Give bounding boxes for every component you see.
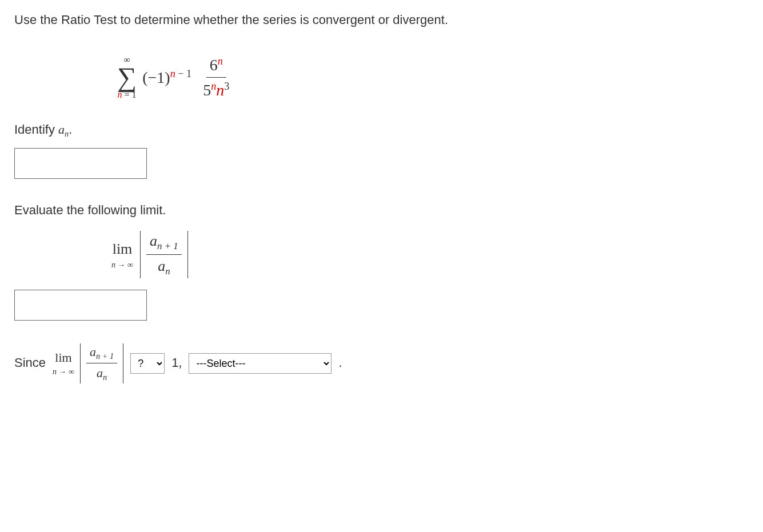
limit-expression: lim n → ∞ an + 1 an — [111, 231, 749, 278]
summation-symbol: ∞ ∑ n = 1 — [117, 54, 137, 101]
identify-label: Identify an. — [14, 121, 749, 139]
conclusion-select[interactable]: ---Select--- — [189, 353, 331, 374]
identify-an-input[interactable] — [14, 148, 147, 179]
question-text: Use the Ratio Test to determine whether … — [14, 11, 749, 29]
limit-symbol-inline: lim n → ∞ — [53, 349, 74, 378]
limit-value-input[interactable] — [14, 290, 147, 321]
period-text: . — [338, 354, 342, 372]
series-fraction: 6n 5nn3 — [199, 54, 233, 101]
one-text: 1, — [171, 354, 182, 372]
relation-select[interactable]: ? — [130, 353, 165, 374]
series-expression: ∞ ∑ n = 1 (−1)n − 1 6n 5nn3 — [117, 46, 749, 101]
evaluate-label: Evaluate the following limit. — [14, 202, 749, 219]
conclusion-line: Since lim n → ∞ an + 1 an ? 1, ---Select… — [14, 343, 749, 383]
limit-symbol: lim n → ∞ — [111, 239, 133, 271]
since-text: Since — [14, 354, 46, 372]
